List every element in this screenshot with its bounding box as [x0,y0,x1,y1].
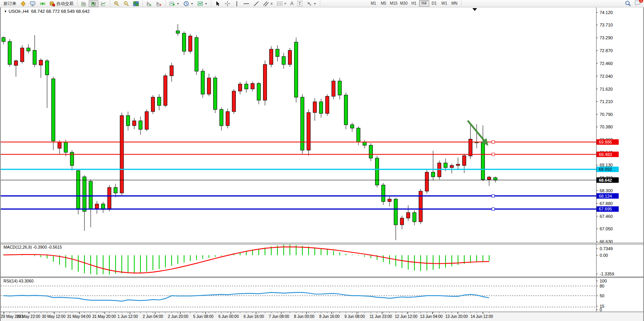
zoom-in-icon [114,1,119,7]
trendline-button[interactable] [251,0,261,7]
notification-badge: 1 [639,0,643,3]
trendline-icon [253,1,259,7]
horizontal-line-icon [243,1,249,7]
new-order-button[interactable]: 新订单 [2,0,18,7]
rsi-tick-label: 80 [600,284,604,288]
bear-candle [89,181,93,209]
candlestick-chart-button[interactable] [89,0,98,7]
autotrading-button[interactable]: 自动交易 [47,0,75,7]
auto-scroll-icon [146,1,152,7]
bull-candle [400,218,404,225]
crosshair-button[interactable] [223,0,232,7]
bear-candle [220,109,223,126]
templates-button[interactable]: ▼ [195,0,209,7]
indicators-button[interactable]: ▼ [167,0,181,7]
zoom-in-button[interactable] [112,0,121,7]
line-chart-button[interactable] [98,0,108,7]
price-tick-label: 66.630 [600,239,613,243]
time-axis-label: 7 Jun 08:00 [269,314,289,319]
fibonacci-button[interactable]: F [275,0,288,7]
bear-candle [319,102,323,114]
collapse-triangle-icon[interactable]: ▼ [4,10,7,13]
toolbar-group-insert: ▼ ▼ ▼ [166,0,211,7]
price-pane[interactable]: 74.12073.71073.29072.87072.46072.04071.6… [1,7,643,243]
periods-button[interactable]: ▼ [181,0,195,7]
horizontal-line-button[interactable] [241,0,251,7]
price-tick-label: 72.870 [600,48,613,53]
equidistant-channel-button[interactable]: E [261,0,275,7]
text-button[interactable]: A [288,0,295,7]
zoom-out-button[interactable] [121,0,131,7]
timeframe-button-mn[interactable]: MN [449,0,460,7]
timeframe-button-m1[interactable]: M1 [369,0,379,7]
time-axis-label: 1 Jun 12:00 [118,314,138,319]
trend-arrow-object[interactable] [468,121,484,141]
chart-ohlc-values: 68.742 68.772 68.549 68.642 [31,9,89,14]
main-toolbar: 新订单 自动交易 [0,0,644,7]
current-price-badge-label: 68.642 [599,178,612,182]
bull-candle [151,97,155,112]
line-endpoint-marker[interactable] [492,195,495,197]
chart-shift-button[interactable] [154,0,164,7]
price-tick-label: 72.460 [600,61,613,66]
bull-candle [463,156,466,165]
timeframe-button-w1[interactable]: W1 [439,0,449,7]
chart-shift-marker[interactable] [472,8,477,11]
bear-candle [363,142,367,145]
cursor-arrow-icon [215,1,221,7]
cursor-button[interactable] [213,0,223,7]
bull-candle [388,199,391,202]
alerts-button[interactable] [38,0,47,7]
auto-scroll-button[interactable] [144,0,154,7]
price-tick-label: 72.040 [600,74,613,79]
toolbar-group-zoom [110,0,143,7]
dropdown-caret: ▼ [177,2,179,5]
timeframe-button-m5[interactable]: M5 [379,0,389,7]
vertical-line-button[interactable] [232,0,241,7]
chart-window: ▼USOil-,H4 68.742 68.772 68.549 68.642 7… [0,7,644,321]
time-axis-label: 5 Jun 08:00 [193,314,213,319]
dropdown-caret: ▼ [191,2,193,5]
notifications-button[interactable]: 1 [634,0,641,7]
line-endpoint-marker[interactable] [492,208,495,210]
bar-chart-button[interactable] [79,0,89,7]
time-axis-label: 2 Jun 20:00 [168,314,188,319]
time-axis-label: 9 Jun 08:00 [344,314,365,319]
bear-candle [201,71,205,94]
trading-terminal: 新订单 自动交易 [0,0,644,321]
fibonacci-icon [277,1,283,7]
macd-tick-label: -1.3359 [600,272,614,276]
search-icon[interactable] [625,0,631,7]
bars-icon [81,1,87,7]
bear-candle [432,172,435,177]
line-endpoint-marker[interactable] [492,140,495,143]
time-axis[interactable]: 29 May 202329 May 22:0030 May 12:0031 Ma… [1,312,643,321]
bull-candle [108,188,111,210]
dropdown-caret: ▼ [314,2,316,5]
chart-ohlc-header: ▼USOil-,H4 68.742 68.772 68.549 68.642 [4,9,89,14]
timeframe-button-d1[interactable]: D1 [429,0,439,7]
time-axis-label: 6 Jun 16:00 [244,314,264,319]
bear-candle [46,61,49,75]
dropdown-caret: ▼ [205,2,207,5]
arrows-button[interactable]: ▼ [304,0,318,7]
bull-candle [263,65,267,100]
timeframe-button-h1[interactable]: H1 [409,0,419,7]
bull-candle [58,142,61,148]
new-chart-button[interactable] [18,0,28,7]
terminal-window-button[interactable] [28,0,38,7]
macd-pane[interactable]: 0.73490.00-1.3359 [1,244,643,277]
tile-windows-button[interactable] [131,0,141,7]
bear-candle [33,51,37,65]
rsi-pane[interactable]: 1008050150 [1,277,643,312]
timeframe-button-h4[interactable]: H4 [419,0,429,7]
timeframe-button-m15[interactable]: M15 [389,0,399,7]
bear-candle [126,116,130,126]
bull-candle [313,102,317,113]
line-icon [100,1,106,7]
timeframe-button-m30[interactable]: M30 [399,0,409,7]
line-endpoint-marker[interactable] [492,153,495,156]
bull-candle [207,78,211,94]
text-label-button[interactable]: T [295,0,304,7]
time-axis-label: 29 May 22:00 [17,314,40,319]
